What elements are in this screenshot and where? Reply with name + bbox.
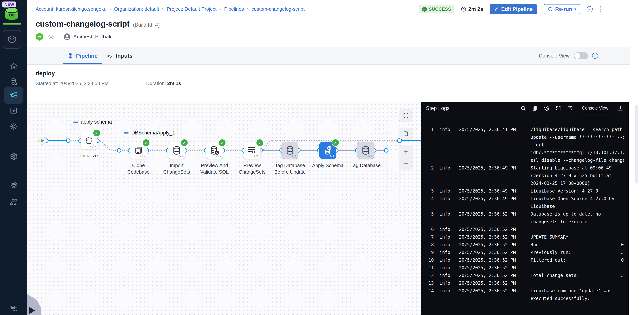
gear-icon[interactable] xyxy=(48,33,54,40)
log-message xyxy=(530,226,624,233)
db-icon xyxy=(361,146,370,155)
info-icon[interactable]: i xyxy=(587,6,593,12)
group-label-apply-schema[interactable]: apply schema xyxy=(73,119,112,125)
log-level: info xyxy=(440,280,454,287)
breadcrumb-link-3[interactable]: Pipelines xyxy=(224,6,244,12)
duration: Duration: 2m 1s xyxy=(146,80,181,86)
group-name: DBSchemaApply_1 xyxy=(131,130,175,136)
title-row: custom-changelog-script (Build Id: 4) xyxy=(36,20,160,28)
log-timestamp: 20/5/2025, 2:36:49 PM xyxy=(459,187,526,195)
log-message-line: ssl=disable --changelog-file changelo xyxy=(530,156,624,164)
log-message-line: Liquibase xyxy=(530,203,624,210)
log-timestamp: 20/5/2025, 2:36:52 PM xyxy=(459,226,526,233)
log-timestamp: 20/5/2025, 2:36:52 PM xyxy=(459,256,526,264)
breadcrumb-link-1[interactable]: Organization: default xyxy=(114,6,159,12)
sidebar-item-infrastructure-settings[interactable] xyxy=(0,196,27,209)
log-entry: 4info20/5/2025, 2:36:49 PMLiquibase Open… xyxy=(421,195,629,210)
scrollbar-thumb[interactable] xyxy=(636,105,638,184)
elapsed-time: 2m 2s xyxy=(461,6,483,12)
download-icon[interactable] xyxy=(618,105,624,111)
log-entry: 13info20/5/2025, 2:36:52 PM xyxy=(421,280,629,287)
pipeline-nav-icon xyxy=(9,91,18,100)
collapse-icon[interactable] xyxy=(124,132,129,134)
status-label: SUCCESS xyxy=(429,6,451,12)
breadcrumb-link-2[interactable]: Project: Default Project xyxy=(167,6,216,12)
log-message-line: --url xyxy=(530,141,624,149)
sidebar-item-help[interactable]: ? xyxy=(0,302,27,315)
log-timestamp: 20/5/2025, 2:36:52 PM xyxy=(459,280,526,287)
step-node-tag-database[interactable]: </> xyxy=(357,142,374,159)
settings-icon[interactable] xyxy=(544,105,550,111)
group-name: apply schema xyxy=(81,119,112,125)
step-node-initialize[interactable]: </>✓ xyxy=(80,132,98,149)
step-node-preview-changesets[interactable]: </>✓ xyxy=(244,142,260,159)
log-message: Liquibase Open Source 4.27.0 byLiquibase xyxy=(530,195,624,210)
log-line-number: 14 xyxy=(421,287,434,295)
sidebar-item-pipelines[interactable] xyxy=(4,86,23,104)
rerun-button[interactable]: Re-run ▾ xyxy=(544,4,580,14)
harness-dbops-logo[interactable]: ∞ xyxy=(5,8,18,20)
log-output[interactable]: 1info20/5/2025, 2:36:41 PM/liquibase/liq… xyxy=(421,114,629,315)
module-selector[interactable] xyxy=(3,30,21,49)
trigger-author: Animesh Pathak xyxy=(64,33,112,40)
canvas-fullscreen-button[interactable] xyxy=(400,109,412,121)
breadcrumb-link-4[interactable]: custom-changelog-script xyxy=(252,6,304,12)
more-options-menu[interactable] xyxy=(599,6,602,13)
fullscreen-icon[interactable] xyxy=(556,106,561,111)
tab-pipeline[interactable]: Pipeline xyxy=(68,47,98,64)
refresh-icon xyxy=(548,6,553,12)
log-message-line: Run:0 xyxy=(530,241,624,249)
step-node-label: Preview AndValidate SQL xyxy=(193,162,236,175)
console-view-toggle[interactable] xyxy=(574,52,588,59)
copy-icon[interactable] xyxy=(532,106,538,111)
log-timestamp: 20/5/2025, 2:36:49 PM xyxy=(459,195,526,203)
db-gear-icon xyxy=(10,78,18,86)
group-label-dbschemaapply[interactable]: DBSchemaApply_1 xyxy=(124,130,175,136)
home-icon xyxy=(10,62,18,70)
log-message-line: ------------------------------ xyxy=(530,264,624,272)
step-node-label: Tag Database xyxy=(344,162,387,169)
step-node-label: PreviewChangeSets xyxy=(230,162,274,175)
log-timestamp: 20/5/2025, 2:36:52 PM xyxy=(459,249,526,256)
sidebar-item-home[interactable] xyxy=(0,60,27,73)
log-level: info xyxy=(440,226,454,233)
log-entry: 11info20/5/2025, 2:36:52 PM-------------… xyxy=(421,264,629,272)
breadcrumb-link-0[interactable]: Account: kurosakiichigo.songoku xyxy=(36,6,106,12)
start-node[interactable] xyxy=(38,137,46,144)
sidebar-item-environments[interactable] xyxy=(0,120,27,133)
console-view-button[interactable]: Console View xyxy=(579,104,612,112)
executions-icon xyxy=(10,106,18,115)
pipeline-canvas[interactable]: apply schema DBSchemaApply_1 </>✓Initial… xyxy=(27,102,421,315)
sidebar-item-executions[interactable] xyxy=(0,104,27,117)
zoom-out-button[interactable]: − xyxy=(404,161,408,166)
log-message-line: (version 4.27.0 #1525 built at xyxy=(530,172,624,180)
log-message-line: update --username ************* --pa xyxy=(530,134,624,141)
step-node-import-changesets[interactable]: </>✓ xyxy=(168,142,185,159)
log-level: info xyxy=(440,272,454,280)
zoom-in-button[interactable]: + xyxy=(404,148,408,156)
sidebar-item-layers-settings[interactable] xyxy=(0,179,27,192)
expand-panel-handle[interactable] xyxy=(27,294,41,315)
console-view-info-icon[interactable]: i xyxy=(592,53,598,59)
step-node-clone-codebase[interactable]: </>✓ xyxy=(130,142,147,159)
step-node-tag-database-before-update[interactable]: </> xyxy=(282,142,298,159)
log-message xyxy=(530,280,624,287)
collapse-icon[interactable] xyxy=(73,122,78,123)
breadcrumb-separator: › xyxy=(162,6,164,12)
canvas-zoom-widget: + − xyxy=(400,145,412,169)
log-entry: 7info20/5/2025, 2:36:52 PMUPDATE SUMMARY xyxy=(421,233,629,241)
step-node-apply-schema[interactable]: </>✓ xyxy=(320,142,336,159)
edit-pipeline-button[interactable]: Edit Pipeline xyxy=(490,4,537,14)
step-node-preview-and-validate-sql[interactable]: </>✓ xyxy=(206,142,223,159)
success-check-icon: ✓ xyxy=(219,139,226,146)
step-node-label: ImportChangeSets xyxy=(155,162,198,175)
external-link-icon[interactable] xyxy=(567,106,573,111)
clock-icon xyxy=(461,6,466,12)
log-entry: 1info20/5/2025, 2:36:41 PM/liquibase/liq… xyxy=(421,126,629,164)
canvas-select-button[interactable] xyxy=(400,128,412,139)
sidebar-item-settings[interactable] xyxy=(0,150,27,163)
step-logs-panel: Step Logs Console View 1info20/5/2025, 2… xyxy=(421,102,629,315)
search-icon[interactable] xyxy=(520,106,526,111)
log-line-number: 12 xyxy=(421,272,434,280)
tab-inputs[interactable]: Inputs xyxy=(107,47,132,64)
